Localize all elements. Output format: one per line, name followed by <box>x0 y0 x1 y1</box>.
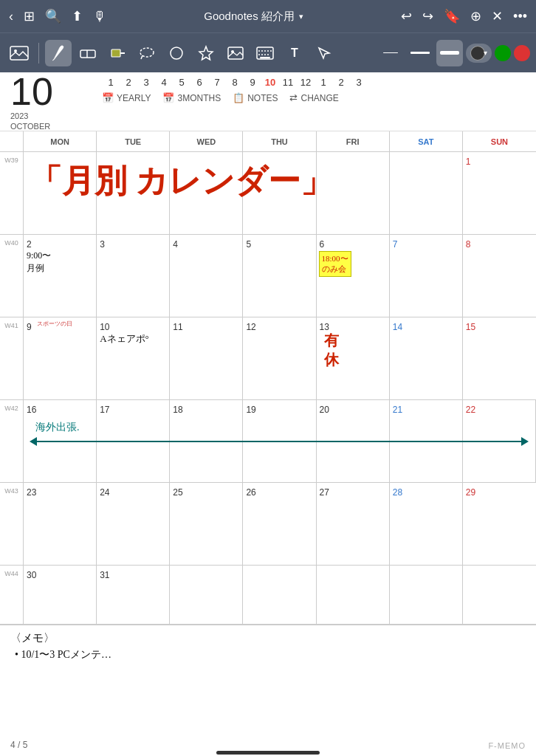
nav-6[interactable]: 6 <box>190 77 208 88</box>
dropdown-icon[interactable]: ▾ <box>299 12 303 21</box>
day-cell-oct8[interactable]: 8 <box>463 235 536 317</box>
day-cell-w44-empty4[interactable] <box>390 566 463 624</box>
day-cell-oct26[interactable]: 26 <box>243 483 316 565</box>
highlighter-tool[interactable] <box>104 40 131 66</box>
add-page-icon[interactable]: ⊕ <box>470 8 481 24</box>
share-icon[interactable]: ⬆ <box>72 8 83 24</box>
week-label-w39: W39 <box>0 152 24 234</box>
calendar-area: 10 2023 OCTOBER 1 2 3 4 5 6 7 8 9 10 11 … <box>0 72 536 756</box>
image-recognition-tool[interactable] <box>6 40 32 66</box>
day-cell-w44-empty2[interactable] <box>243 566 316 624</box>
nav-1[interactable]: 1 <box>102 77 120 88</box>
day-cell-oct23[interactable]: 23 <box>24 483 97 565</box>
redo-icon[interactable]: ↪ <box>422 8 433 24</box>
overseas-trip-annotation: 海外出張. <box>30 421 529 446</box>
month-number: 10 <box>10 72 53 111</box>
day-21: 21 <box>393 405 402 415</box>
day-31: 31 <box>100 570 109 580</box>
favorites-tool[interactable] <box>193 40 219 66</box>
day-cell-oct1[interactable]: 1 <box>463 152 536 234</box>
color-picker-button[interactable]: ▾ <box>466 44 492 63</box>
3months-view[interactable]: 📅 3MONTHS <box>162 92 221 103</box>
line-thin[interactable] <box>377 40 404 66</box>
day-cell-oct7[interactable]: 7 <box>390 235 463 317</box>
nav-10[interactable]: 10 <box>261 77 279 88</box>
color-green[interactable] <box>495 45 511 61</box>
day-20: 20 <box>320 405 329 415</box>
close-icon[interactable]: ✕ <box>492 8 503 24</box>
day-cell-oct24[interactable]: 24 <box>97 483 170 565</box>
month-title-handwriting: 「月別 カレンダー」 <box>30 159 333 203</box>
year: 2023 <box>10 111 28 121</box>
day-cell-oct28[interactable]: 28 <box>390 483 463 565</box>
line-medium[interactable] <box>407 40 433 66</box>
day-cell-w44-empty5[interactable] <box>463 566 536 624</box>
day-cell-oct15[interactable]: 15 <box>463 317 536 399</box>
yearly-icon: 📅 <box>102 92 114 103</box>
search-icon[interactable]: 🔍 <box>45 8 61 24</box>
bookmark-icon[interactable]: 🔖 <box>444 8 460 24</box>
nav-12[interactable]: 12 <box>297 77 315 88</box>
app-title-bar: Goodnotes 紹介用 ▾ <box>204 10 303 24</box>
mic-icon[interactable]: 🎙 <box>93 9 106 24</box>
day-cell-oct29[interactable]: 29 <box>463 483 536 565</box>
day-3: 3 <box>100 239 105 250</box>
color-red[interactable] <box>514 45 530 61</box>
undo-icon[interactable]: ↩ <box>401 8 412 24</box>
pen-tool[interactable] <box>45 40 72 66</box>
nav-9[interactable]: 9 <box>244 77 261 88</box>
day-cell-oct27[interactable]: 27 <box>317 483 390 565</box>
text-tool[interactable]: T <box>281 40 308 66</box>
day-cell-sat-empty[interactable] <box>390 152 463 234</box>
photo-insert-tool[interactable] <box>222 40 249 66</box>
nav-feb[interactable]: 2 <box>332 77 350 88</box>
nav-8[interactable]: 8 <box>226 77 244 88</box>
memo-section: 〈メモ〉 • 10/1〜3 PCメンテ… <box>0 625 536 698</box>
back-icon[interactable]: ‹ <box>9 9 13 24</box>
keyboard-tool[interactable] <box>252 40 278 66</box>
more-icon[interactable]: ••• <box>513 9 527 24</box>
day-cell-w44-empty1[interactable] <box>170 566 243 624</box>
week-label-w41: W41 <box>0 317 24 399</box>
day-cell-oct6[interactable]: 6 18:00〜のみ会 <box>317 235 390 317</box>
lasso-tool[interactable] <box>134 40 160 66</box>
day-cell-oct2[interactable]: 2 9:00〜月例 <box>24 235 97 317</box>
day-cell-oct14[interactable]: 14 <box>390 317 463 399</box>
day-cell-oct13[interactable]: 13 有休 <box>317 317 390 399</box>
pointer-tool[interactable] <box>311 40 337 66</box>
line-thick[interactable] <box>436 40 463 66</box>
nav-jan[interactable]: 1 <box>315 77 332 88</box>
nav-mar[interactable]: 3 <box>350 77 368 88</box>
day-14: 14 <box>393 322 402 332</box>
overseas-arrow <box>30 437 529 446</box>
apps-icon[interactable]: ⊞ <box>24 8 35 24</box>
nav-3[interactable]: 3 <box>137 77 155 88</box>
note-oct13-yuukyu: 有休 <box>324 331 339 369</box>
day-cell-oct10[interactable]: 10 Aネェアポ° <box>97 317 170 399</box>
calendar-view-tabs: 📅 YEARLY 📅 3MONTHS 📋 NOTES ⇄ CHANGE <box>102 92 530 103</box>
notes-view[interactable]: 📋 NOTES <box>233 92 278 103</box>
day-cell-oct5[interactable]: 5 <box>243 235 316 317</box>
day-cell-oct4[interactable]: 4 <box>170 235 243 317</box>
day-cell-oct11[interactable]: 11 <box>170 317 243 399</box>
month-nav-numbers: 1 2 3 4 5 6 7 8 9 10 11 12 1 2 3 <box>102 77 530 88</box>
day-cell-oct9[interactable]: 9 スポーツの日 <box>24 317 97 399</box>
nav-section: 1 2 3 4 5 6 7 8 9 10 11 12 1 2 3 📅 YEARL… <box>96 72 536 131</box>
yearly-view[interactable]: 📅 YEARLY <box>102 92 151 103</box>
change-view[interactable]: ⇄ CHANGE <box>289 92 338 103</box>
day-cell-oct31[interactable]: 31 <box>97 566 170 624</box>
day-cell-w44-empty3[interactable] <box>317 566 390 624</box>
nav-7[interactable]: 7 <box>208 77 226 88</box>
day-headers: MON TUE WED THU FRI SAT SUN <box>0 131 536 152</box>
eraser-tool[interactable] <box>75 40 101 66</box>
nav-5[interactable]: 5 <box>173 77 190 88</box>
day-header-mon: MON <box>24 131 97 151</box>
day-cell-oct30[interactable]: 30 <box>24 566 97 624</box>
nav-4[interactable]: 4 <box>155 77 173 88</box>
shapes-tool[interactable] <box>163 40 190 66</box>
day-cell-oct3[interactable]: 3 <box>97 235 170 317</box>
nav-11[interactable]: 11 <box>279 77 297 88</box>
day-cell-oct12[interactable]: 12 <box>243 317 316 399</box>
day-cell-oct25[interactable]: 25 <box>170 483 243 565</box>
nav-2[interactable]: 2 <box>120 77 137 88</box>
